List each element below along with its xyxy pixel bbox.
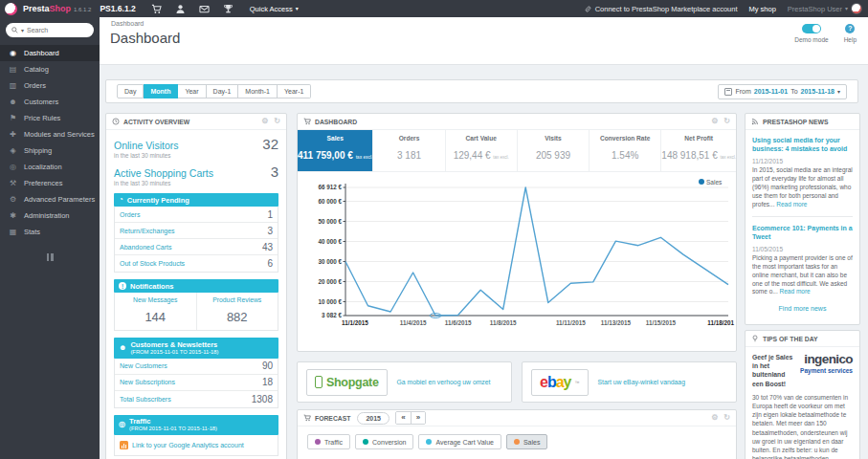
sidebar-item-localization[interactable]: ◎Localization	[0, 159, 100, 175]
sidebar-item-shipping[interactable]: ◈Shipping	[0, 142, 100, 159]
stat-subtitle: in the last 30 minutes	[114, 152, 278, 159]
refresh-icon[interactable]: ↻	[274, 118, 280, 125]
modules-icon: ✚	[9, 130, 17, 139]
stat-subtitle: in the last 30 minutes	[114, 180, 278, 186]
find-more-news-link[interactable]: Find more news	[752, 305, 853, 312]
read-more-link[interactable]: Read more	[780, 288, 811, 295]
date-range-button[interactable]: From 2015-11-01 To 2015-11-18 ▾	[718, 84, 847, 99]
notification-new-messages[interactable]: New Messages144	[115, 293, 196, 330]
refresh-icon[interactable]: ↻	[723, 118, 730, 125]
shopgate-link[interactable]: Ga mobiel en verhoog uw omzet	[397, 379, 491, 385]
google-analytics-link[interactable]: Link to your Google Analytics account	[114, 435, 278, 456]
row-link[interactable]: Out of Stock Products	[120, 260, 185, 267]
next-year-button[interactable]: »	[411, 412, 425, 424]
help-control[interactable]: ? Help	[844, 24, 857, 43]
sidebar-search[interactable]: ▾	[6, 23, 94, 37]
page-header: Dashboard Dashboard Demo mode ? Help	[100, 17, 868, 65]
range-year[interactable]: Year	[178, 84, 206, 98]
news-article-title[interactable]: Ecommerce 101: Payments in a Tweet	[752, 224, 853, 242]
prestashop-news-panel: PRESTASHOP NEWS Using social media for y…	[745, 113, 860, 325]
collapse-sidebar-button[interactable]	[40, 253, 59, 261]
svg-text:11/11/2015: 11/11/2015	[556, 319, 586, 326]
sidebar-item-catalog[interactable]: ▤Catalog	[0, 61, 100, 77]
previous-year-button[interactable]: «	[396, 412, 411, 424]
read-more-link[interactable]: Read more	[776, 201, 807, 208]
svg-text:11/15/2015: 11/15/2015	[646, 319, 677, 326]
stat-link[interactable]: Active Shopping Carts	[114, 167, 213, 179]
row-link[interactable]: Total Subscribers	[120, 396, 171, 403]
range-month-1[interactable]: Month-1	[238, 84, 278, 98]
row-link[interactable]: Abandoned Carts	[120, 244, 171, 251]
dashboard-icon: ◉	[9, 49, 17, 57]
user-menu[interactable]: PrestaShop User▾	[788, 3, 862, 14]
quick-access-menu[interactable]: Quick Access▾	[250, 5, 299, 13]
svg-text:11/8/2015: 11/8/2015	[490, 319, 517, 326]
customer-icon: ☻	[119, 344, 126, 352]
range-day[interactable]: Day	[117, 84, 144, 98]
row-link[interactable]: New Subscriptions	[120, 379, 175, 385]
search-input[interactable]	[27, 27, 77, 33]
legend-dot	[514, 439, 520, 445]
localization-icon: ◎	[9, 163, 17, 171]
sidebar-item-customers[interactable]: ☻Customers	[0, 94, 100, 110]
sidebar-item-stats[interactable]: ▦Stats	[0, 224, 100, 240]
cart-icon	[303, 414, 311, 422]
sidebar-item-preferences[interactable]: ⚒Preferences	[0, 175, 100, 191]
breadcrumb[interactable]: Dashboard	[111, 20, 144, 27]
forecast-toggle-sales[interactable]: Sales	[506, 434, 548, 449]
kpi-cart-value[interactable]: Cart Value129,44 € tax excl.	[446, 130, 518, 171]
ebay-link[interactable]: Start uw eBay-winkel vandaag	[598, 379, 685, 385]
list-item: Out of Stock Products6	[115, 255, 278, 272]
brand-version: 1.6.1.2	[74, 7, 91, 12]
sidebar-item-dashboard[interactable]: ◉Dashboard	[0, 45, 100, 61]
notification-product-reviews[interactable]: Product Reviews882	[196, 293, 278, 330]
forecast-legend: TrafficConversionAverage Cart ValueSales	[298, 426, 736, 457]
help-icon[interactable]: ?	[845, 24, 855, 33]
kpi-orders[interactable]: Orders3 181	[373, 130, 445, 171]
range-month[interactable]: Month	[144, 84, 178, 98]
ingenico-logo[interactable]: ingenico Payment services	[800, 353, 853, 388]
row-link[interactable]: Return/Exchanges	[120, 228, 175, 234]
caret-down-icon: ▾	[21, 28, 24, 33]
range-day-1[interactable]: Day-1	[207, 84, 239, 98]
row-link[interactable]: New Customers	[120, 362, 167, 369]
forecast-toggle-average-cart-value[interactable]: Average Cart Value	[418, 434, 501, 449]
news-article-title[interactable]: Using social media for your business: 4 …	[752, 136, 853, 154]
sidebar-item-advanced-parameters[interactable]: ⚙Advanced Parameters	[0, 191, 100, 208]
sidebar-item-orders[interactable]: ▥Orders	[0, 77, 100, 94]
stat-link[interactable]: Online Visitors	[114, 140, 179, 151]
kpi-visits[interactable]: Visits205 939	[518, 130, 590, 171]
cart-icon[interactable]	[151, 4, 162, 14]
list-item: New Customers90	[115, 359, 278, 375]
phone-icon	[315, 376, 323, 388]
shopgate-banner[interactable]: Shopgate Ga mobiel en verhoog uw omzet	[297, 361, 512, 403]
sidebar-item-modules-and-services[interactable]: ✚Modules and Services	[0, 126, 100, 142]
ebay-banner[interactable]: ebay™ Start uw eBay-winkel vandaag	[522, 361, 737, 403]
forecast-toggle-conversion[interactable]: Conversion	[355, 434, 413, 449]
trophy-icon[interactable]	[223, 4, 234, 14]
sales-chart[interactable]: 66 912 €60 000 €50 000 €40 000 €30 000 €…	[298, 172, 736, 340]
panel-title: FORECAST	[315, 415, 350, 422]
orders-icon: ▥	[9, 81, 17, 90]
legend-dot	[363, 439, 368, 445]
demo-mode-toggle[interactable]	[802, 24, 821, 33]
gear-icon[interactable]: ⚙	[261, 118, 268, 125]
messages-icon[interactable]	[199, 4, 210, 14]
kpi-net-profit[interactable]: Net Profit148 918,51 € tax excl.	[661, 130, 736, 171]
gear-icon[interactable]: ⚙	[711, 414, 718, 422]
sidebar-item-administration[interactable]: ✱Administration	[0, 208, 100, 224]
my-shop-link[interactable]: My shop	[749, 5, 776, 13]
sidebar-item-price-rules[interactable]: ⚑Price Rules	[0, 110, 100, 126]
row-link[interactable]: Orders	[120, 211, 140, 218]
forecast-toggle-traffic[interactable]: Traffic	[307, 434, 350, 449]
marketplace-link[interactable]: Connect to PrestaShop Marketplace accoun…	[584, 5, 738, 13]
caret-down-icon: ▾	[296, 6, 299, 11]
range-year-1[interactable]: Year-1	[278, 84, 311, 98]
cart-icon	[303, 118, 311, 125]
customer-icon[interactable]	[175, 4, 186, 14]
kpi-conversion-rate[interactable]: Conversion Rate1.54%	[590, 130, 661, 171]
administration-icon: ✱	[9, 211, 17, 220]
kpi-sales[interactable]: Sales411 759,00 € tax excl.	[298, 130, 373, 171]
gear-icon[interactable]: ⚙	[711, 118, 718, 125]
refresh-icon[interactable]: ↻	[723, 414, 730, 422]
